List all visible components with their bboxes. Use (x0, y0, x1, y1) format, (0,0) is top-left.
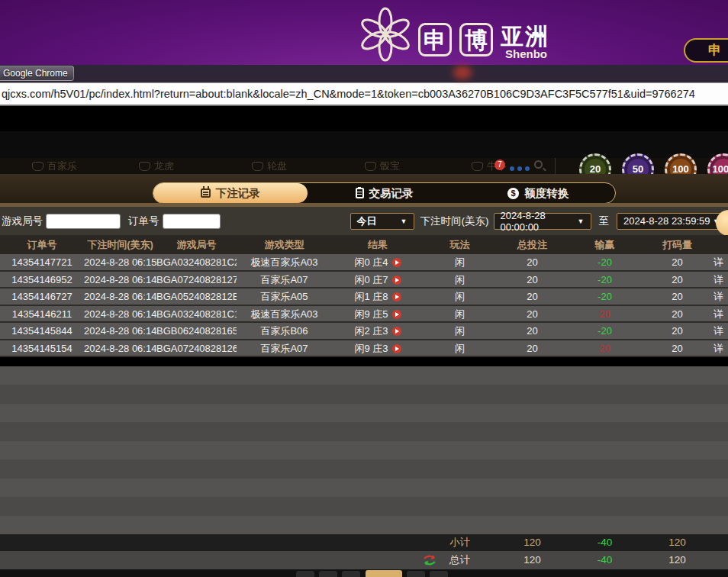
cell-play: 闲 (424, 323, 496, 339)
replay-icon[interactable] (392, 327, 401, 336)
date-from-select[interactable]: 2024-8-28 00:00:00 ▼ (494, 213, 591, 230)
pagination-button[interactable] (407, 571, 425, 577)
game-menu-item[interactable]: 龙虎 (139, 160, 174, 172)
tab-quota-transfer[interactable]: $ 额度转换 (461, 183, 615, 203)
cell-detail: 详 (714, 288, 728, 305)
game-menu-item[interactable]: 轮盘 (252, 160, 287, 172)
currency-swap-icon[interactable] (423, 555, 436, 566)
brand-char-shen: 申 (418, 23, 452, 56)
game-icon (252, 162, 263, 171)
loading-dot (517, 166, 522, 171)
cell-result: 闲0 庄4 (332, 254, 424, 270)
subtotal-volume: 120 (641, 534, 714, 551)
game-menu-row: 百家乐龙虎轮盘骰宝牛牛 7 (0, 158, 728, 174)
range-value: 今日 (357, 214, 377, 228)
cell-win: -20 (569, 288, 641, 305)
cell-round: BGA032408281C2 (156, 254, 237, 270)
table-row: 143541469522024-8-28 06:14BGA07240828127… (0, 272, 728, 289)
total-row: 总计 120 -40 120 (0, 551, 728, 569)
cell-round: BGA07240828126 (156, 340, 237, 356)
tab-strip: 下注记录 交易记录 $ 额度转换 (0, 174, 728, 205)
order-number-input[interactable] (163, 214, 221, 229)
cell-detail: 详 (714, 306, 728, 322)
bet-time-label: 下注时间(美东) (420, 214, 489, 228)
col-bet: 总投注 (496, 235, 569, 254)
brand-char-bo: 博 (459, 23, 493, 56)
game-icon (365, 162, 376, 171)
tab-label: 交易记录 (369, 186, 414, 201)
table-row: 143541477212024-8-28 06:15BGA032408281C2… (0, 254, 728, 272)
order-number-label: 订单号 (128, 214, 159, 228)
cell-type: 百家乐B06 (237, 323, 332, 339)
col-result: 结果 (332, 235, 424, 254)
game-menu-item[interactable]: 骰宝 (365, 160, 400, 172)
cell-detail: 详 (714, 272, 728, 288)
pagination-button[interactable] (430, 571, 448, 577)
col-detail (714, 235, 728, 254)
date-from-value: 2024-8-28 00:00:00 (501, 210, 578, 233)
replay-icon[interactable] (392, 344, 401, 353)
cell-detail: 详 (714, 254, 728, 270)
tab-bet-records[interactable]: 下注记录 (153, 183, 308, 203)
col-play: 玩法 (424, 235, 496, 254)
cell-type: 百家乐A05 (237, 288, 332, 305)
replay-icon[interactable] (392, 292, 401, 301)
cell-win: -20 (569, 323, 641, 339)
loading-dot (525, 166, 530, 171)
pagination-button[interactable] (296, 571, 314, 577)
cell-type: 百家乐A07 (237, 340, 332, 356)
empty-rows-area (0, 366, 728, 534)
cell-play: 闲 (424, 272, 496, 288)
cell-round: BGA032408281C1 (156, 306, 237, 322)
game-icon (32, 162, 43, 171)
cell-play: 闲 (424, 254, 496, 270)
game-menu-item[interactable]: 百家乐 (32, 160, 77, 172)
subtotal-win: -40 (569, 534, 641, 551)
date-to-value: 2024-8-28 23:59:59 (623, 215, 710, 227)
cell-detail: 详 (714, 340, 728, 356)
search-icon[interactable] (534, 160, 543, 169)
tab-transaction-records[interactable]: 交易记录 (308, 183, 462, 203)
cell-result: 闲9 庄3 (332, 340, 424, 356)
bet-records-icon (201, 189, 211, 198)
cell-type: 百家乐A07 (237, 272, 332, 288)
cell-bet: 20 (496, 288, 569, 305)
cell-type: 极速百家乐A03 (237, 254, 332, 270)
game-round-input[interactable] (46, 214, 121, 229)
table-body: 143541477212024-8-28 06:15BGA032408281C2… (0, 254, 728, 357)
cell-round: BGB06240828165 (156, 323, 237, 339)
pagination-button[interactable] (319, 571, 337, 577)
cell-bet: 20 (496, 323, 569, 339)
site-banner: 申 博 亚洲 Shenbo 申 (0, 0, 728, 65)
col-type: 游戏类型 (237, 235, 332, 254)
table-row: 143541467272024-8-28 06:14BGA0524082812B… (0, 288, 728, 306)
col-win: 输赢 (569, 235, 641, 254)
tab-label: 下注记录 (216, 186, 260, 201)
cell-order: 14354146211 (0, 306, 84, 322)
cell-round: BGA0524082812B (156, 288, 237, 305)
tab-group: 下注记录 交易记录 $ 额度转换 (153, 182, 616, 204)
window-title-strip: Google Chrome (0, 65, 728, 82)
date-to-select[interactable]: 2024-8-28 23:59:59 ▼ (617, 213, 726, 230)
date-range-select[interactable]: 今日 ▼ (350, 213, 414, 230)
game-menu-label: 轮盘 (267, 160, 287, 173)
address-bar[interactable]: qjcxs.com/h5V01/pc/index.html?return=abo… (0, 82, 728, 106)
cell-volume: 20 (641, 288, 714, 305)
cell-order: 14354146727 (0, 288, 84, 305)
pagination-button[interactable] (342, 571, 360, 577)
replay-icon[interactable] (392, 310, 401, 319)
pagination-strip (0, 569, 728, 577)
cell-order: 14354146952 (0, 272, 84, 288)
corner-gold-button[interactable]: 申 (684, 38, 728, 63)
divider (555, 158, 556, 174)
game-menu-label: 龙虎 (154, 160, 174, 173)
replay-icon[interactable] (392, 276, 401, 285)
pagination-active-button[interactable] (366, 570, 402, 577)
window-title-label: Google Chrome (0, 66, 74, 81)
replay-icon[interactable] (392, 258, 401, 267)
cell-volume: 20 (641, 340, 714, 356)
tab-label: 额度转换 (524, 186, 569, 201)
cell-type: 极速百家乐A03 (237, 306, 332, 322)
cell-volume: 20 (641, 254, 714, 270)
cell-detail: 详 (714, 323, 728, 339)
